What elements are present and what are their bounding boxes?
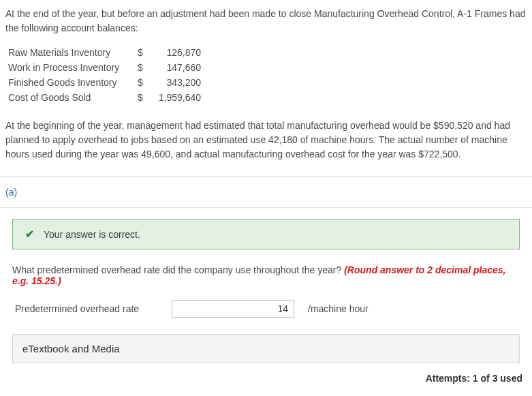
account-balances-table: Raw Materials Inventory $ 126,870 Work i… xyxy=(8,45,201,105)
rate-row: Predetermined overhead rate /machine hou… xyxy=(12,300,520,318)
table-row: Finished Goods Inventory $ 343,200 xyxy=(8,75,201,90)
balance-amount: 147,660 xyxy=(150,60,201,75)
table-row: Raw Materials Inventory $ 126,870 xyxy=(8,45,201,60)
question-body: What predetermined overhead rate did the… xyxy=(12,264,344,275)
balance-label: Raw Materials Inventory xyxy=(8,45,138,60)
section-label: (a) xyxy=(0,177,532,208)
balance-label: Cost of Goods Sold xyxy=(8,90,138,105)
rate-label: Predetermined overhead rate xyxy=(15,303,158,314)
narrative-text: At the beginning of the year, management… xyxy=(5,119,527,162)
currency-symbol: $ xyxy=(138,45,150,60)
balance-label: Finished Goods Inventory xyxy=(8,75,138,90)
correct-banner: ✔ Your answer is correct. xyxy=(12,219,520,249)
question-text: What predetermined overhead rate did the… xyxy=(12,264,520,286)
attempts-text: Attempts: 1 of 3 used xyxy=(5,366,527,384)
balance-amount: 126,870 xyxy=(150,45,201,60)
rate-input[interactable] xyxy=(172,300,294,318)
correct-message: Your answer is correct. xyxy=(44,229,140,240)
currency-symbol: $ xyxy=(138,60,150,75)
table-row: Work in Process Inventory $ 147,660 xyxy=(8,60,201,75)
intro-text: At the end of the year, but before an ad… xyxy=(5,7,527,35)
table-row: Cost of Goods Sold $ 1,959,640 xyxy=(8,90,201,105)
balance-amount: 343,200 xyxy=(150,75,201,90)
etextbook-button[interactable]: eTextbook and Media xyxy=(12,334,520,363)
balance-label: Work in Process Inventory xyxy=(8,60,138,75)
currency-symbol: $ xyxy=(138,75,150,90)
balance-amount: 1,959,640 xyxy=(150,90,201,105)
rate-unit: /machine hour xyxy=(308,303,369,314)
currency-symbol: $ xyxy=(138,90,150,105)
check-icon: ✔ xyxy=(25,228,34,241)
